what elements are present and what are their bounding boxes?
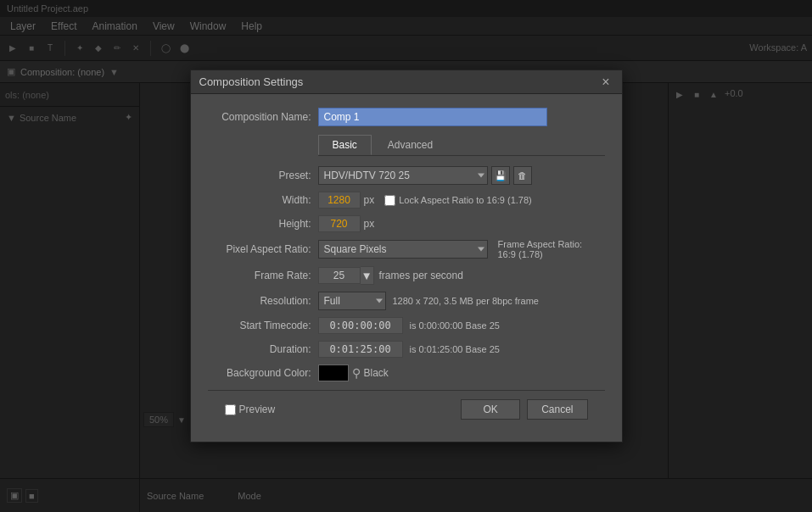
duration-row: Duration: is 0:01:25:00 Base 25 [208,341,605,358]
height-unit: px [364,218,375,230]
width-unit: px [364,194,375,206]
dialog-title: Composition Settings [199,75,304,88]
frame-aspect-value: 16:9 (1.78) [498,249,543,259]
start-tc-input[interactable] [318,317,403,334]
preview-row: Preview [225,403,276,415]
dialog-body: Composition Name: Basic Advanced Preset:… [191,94,622,442]
frame-aspect-label: Frame Aspect Ratio: [498,239,583,249]
tabs-container: Basic Advanced [318,135,605,156]
width-label: Width: [208,194,318,206]
framerate-input[interactable] [318,267,361,284]
settings-grid: Preset: HDV/HDTV 720 25 💾 🗑 Width: px [208,166,605,381]
comp-name-row: Composition Name: [208,108,605,126]
start-tc-label: Start Timecode: [208,320,318,331]
duration-info: is 0:01:25:00 Base 25 [410,344,500,354]
par-dropdown-wrapper: Square Pixels [318,240,488,259]
resolution-row: Resolution: Full Half Quarter Custom 128… [208,292,605,310]
height-input[interactable] [318,215,361,232]
lock-aspect-label: Lock Aspect Ratio to 16:9 (1.78) [399,195,532,205]
preset-label: Preset: [208,170,318,181]
start-tc-info: is 0:00:00:00 Base 25 [410,320,500,331]
frame-aspect-info: Frame Aspect Ratio: 16:9 (1.78) [498,239,583,259]
preset-row: Preset: HDV/HDTV 720 25 💾 🗑 [208,166,605,185]
preset-select[interactable]: HDV/HDTV 720 25 [318,166,488,185]
preset-dropdown-wrapper: HDV/HDTV 720 25 [318,166,488,185]
par-row: Pixel Aspect Ratio: Square Pixels Frame … [208,239,605,259]
comp-name-label: Composition Name: [208,111,318,123]
preset-save-btn[interactable]: 💾 [491,166,510,185]
fps-label: frames per second [379,270,463,281]
dialog-close-button[interactable]: × [598,75,613,89]
par-select[interactable]: Square Pixels [318,240,488,259]
ok-button[interactable]: OK [461,399,520,420]
bg-color-swatch[interactable] [318,365,349,381]
tab-basic[interactable]: Basic [318,135,372,155]
lock-aspect-checkbox[interactable] [384,195,395,206]
height-label: Height: [208,218,318,230]
width-input[interactable] [318,192,361,209]
cancel-button[interactable]: Cancel [527,399,587,420]
bg-color-label: Background Color: [208,367,318,379]
modal-overlay: Composition Settings × Composition Name:… [0,0,812,512]
res-dropdown-wrapper: Full Half Quarter Custom [318,292,386,310]
tab-advanced[interactable]: Advanced [373,135,447,155]
dialog-titlebar: Composition Settings × [191,70,622,94]
width-row: Width: px Lock Aspect Ratio to 16:9 (1.7… [208,192,605,209]
composition-settings-dialog: Composition Settings × Composition Name:… [190,70,623,442]
framerate-label: Frame Rate: [208,270,318,281]
framerate-dropdown-btn[interactable]: ▼ [361,266,374,285]
height-row: Height: px [208,215,605,232]
eyedropper-btn[interactable]: ⚲ [349,366,364,380]
comp-name-input[interactable] [318,108,547,126]
tabs: Basic Advanced [318,135,605,156]
resolution-info: 1280 x 720, 3.5 MB per 8bpc frame [393,296,539,306]
preview-checkbox[interactable] [225,404,236,415]
framerate-row: Frame Rate: ▼ frames per second [208,266,605,285]
bg-color-row: Background Color: ⚲ Black [208,365,605,381]
resolution-label: Resolution: [208,295,318,307]
par-label: Pixel Aspect Ratio: [208,243,318,255]
dialog-footer: Preview OK Cancel [208,390,605,428]
duration-input[interactable] [318,341,403,358]
preset-delete-btn[interactable]: 🗑 [513,166,532,185]
preview-label: Preview [239,403,276,415]
bg-color-name: Black [364,367,389,379]
start-tc-row: Start Timecode: is 0:00:00:00 Base 25 [208,317,605,334]
duration-label: Duration: [208,343,318,355]
res-select[interactable]: Full Half Quarter Custom [318,292,386,310]
